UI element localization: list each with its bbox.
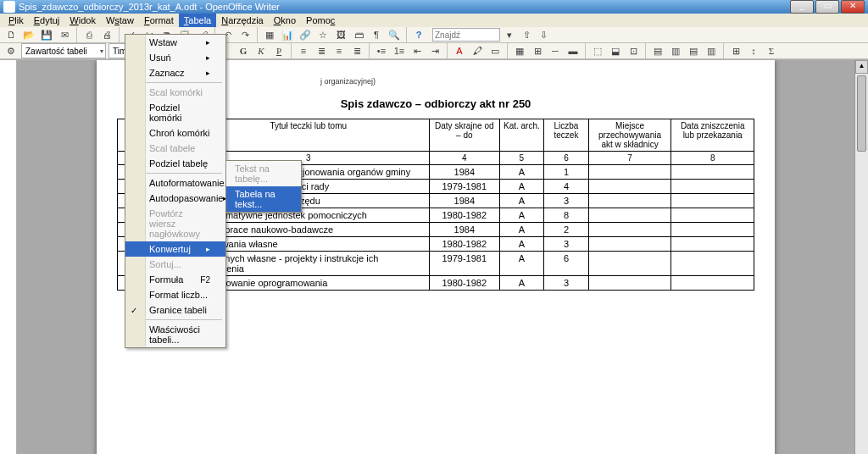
menu-tabela[interactable]: Tabela [179,14,216,27]
close-button[interactable]: ✕ [841,0,865,14]
del-col-icon[interactable]: ▥ [704,43,719,58]
menuitem-autodopasowanie[interactable]: Autodopasowanie▸ [125,191,225,206]
bold-icon[interactable]: G [236,43,251,58]
align-right-icon[interactable]: ≡ [331,43,347,58]
help-icon[interactable]: ? [411,27,426,42]
align-center-icon[interactable]: ≣ [314,43,329,58]
menuitem-właściwości-tabeli-[interactable]: Właściwości tabeli... [125,322,225,347]
menuitem-format-liczb-[interactable]: Format liczb... [125,287,225,302]
chart-icon[interactable]: 📊 [280,27,295,42]
find-prev-icon[interactable]: ⇧ [519,27,534,42]
navigator-icon[interactable]: ☆ [315,27,331,42]
outdent-icon[interactable]: ⇤ [409,43,425,58]
menuitem-zaznacz[interactable]: Zaznacz▸ [125,65,225,80]
menuitem-chroń-komórki[interactable]: Chroń komórki [125,125,225,141]
mail-icon[interactable]: ✉ [57,27,72,42]
menuitem-granice-tabeli[interactable]: Granice tabeli✓ [125,302,225,318]
font-color-icon[interactable]: A [452,43,467,58]
menu-format[interactable]: Format [139,14,179,27]
col-header: Miejsce przechowywania akt w składnicy [588,119,671,152]
insert-row-icon[interactable]: ▤ [650,43,665,58]
new-icon[interactable]: 🗋 [3,27,19,42]
scroll-thumb[interactable] [857,75,866,152]
underline-icon[interactable]: P [271,43,287,58]
insert-col-icon[interactable]: ▥ [668,43,683,58]
menuitem-konwertuj[interactable]: Konwertuj▸ [125,241,225,257]
scroll-up-icon[interactable]: ▲ [855,60,868,74]
minimize-button[interactable]: _ [790,0,814,14]
menuitem-podziel-komórki[interactable]: Podziel komórki [125,100,225,125]
menu-plik[interactable]: Plik [3,14,29,27]
sum-icon[interactable]: Σ [764,43,779,58]
table-icon[interactable]: ▦ [262,27,277,42]
save-icon[interactable]: 💾 [39,27,54,42]
tabela-menu: Wstaw▸Usuń▸Zaznacz▸Scal komórkiPodziel k… [125,34,226,348]
print-icon[interactable]: 🖨 [99,27,114,42]
find-input[interactable] [432,28,500,42]
del-row-icon[interactable]: ▤ [686,43,701,58]
menu-narzędzia[interactable]: Narzędzia [216,14,269,27]
org-hint-text: j organizacyjnej) [320,77,754,86]
paragraph-style-combo[interactable]: Zawartość tabeli [21,43,106,58]
find-dropdown-icon[interactable]: ▾ [502,27,517,42]
hyperlink-icon[interactable]: 🔗 [298,27,313,42]
col-header: Liczba teczek [544,119,589,152]
borders-icon[interactable]: ⊞ [530,43,545,58]
linestyle-icon[interactable]: ─ [548,43,563,58]
menubar: PlikEdytujWidokWstawFormatTabelaNarzędzi… [0,14,868,27]
find-next-icon[interactable]: ⇩ [536,27,551,42]
find-toolbar: ▾ ⇧ ⇩ [432,27,551,42]
redo-icon[interactable]: ↷ [237,27,253,42]
col-header: Kat. arch. [499,119,544,152]
menuitem-usuń[interactable]: Usuń▸ [125,50,225,65]
col-header: Daty skrajne od – do [429,119,499,152]
menuitem-podziel-tabelę[interactable]: Podziel tabelę [125,156,225,171]
menuitem-sortuj-: Sortuj... [125,257,225,272]
window-title: Spis_zdawczo_odbiorczy_2013r_kat_A.odt -… [19,2,790,12]
maximize-button[interactable]: ▭ [815,0,839,14]
menu-edytuj[interactable]: Edytuj [29,14,65,27]
menu-okno[interactable]: Okno [269,14,301,27]
konwertuj-submenu: Tekst na tabelę...Tabela na tekst... [225,160,302,213]
menuitem-scal-tabele: Scal tabele [125,141,225,156]
titlebar: Spis_zdawczo_odbiorczy_2013r_kat_A.odt -… [0,0,868,14]
autoformat-icon[interactable]: ⊞ [728,43,743,58]
zoom-icon[interactable]: 🔍 [387,27,402,42]
menu-widok[interactable]: Widok [64,14,101,27]
app-icon [3,1,15,13]
optimize-icon[interactable]: ⊡ [626,43,641,58]
bg-color-icon[interactable]: ▭ [487,43,503,58]
col-header: Data zniszczenia lub przekazania [671,119,754,152]
vertical-scrollbar[interactable]: ▲ ▼ [854,60,868,454]
justify-icon[interactable]: ≣ [349,43,364,58]
submenuitem-tekst-na-tabelę-: Tekst na tabelę... [226,161,301,186]
menuitem-wstaw[interactable]: Wstaw▸ [125,35,225,50]
pdf-icon[interactable]: ⎙ [81,27,97,42]
nonprinting-icon[interactable]: ¶ [369,27,384,42]
italic-icon[interactable]: K [253,43,269,58]
sort-icon[interactable]: ↕ [746,43,761,58]
gallery-icon[interactable]: 🖼 [333,27,348,42]
menuitem-formuła[interactable]: FormułaF2 [125,272,225,287]
indent-icon[interactable]: ⇥ [427,43,442,58]
bullets-icon[interactable]: •≡ [374,43,389,58]
styles-icon[interactable]: ⚙ [3,43,19,58]
merge-icon[interactable]: ⬚ [590,43,605,58]
linecolor-icon[interactable]: ▬ [565,43,581,58]
highlight-icon[interactable]: 🖍 [470,43,485,58]
submenuitem-tabela-na-tekst-[interactable]: Tabela na tekst... [226,186,301,212]
menu-pomoc[interactable]: Pomoc [301,14,340,27]
menuitem-autoformatowanie-[interactable]: Autoformatowanie... [125,175,225,191]
app-window: Spis_zdawczo_odbiorczy_2013r_kat_A.odt -… [0,0,868,454]
open-icon[interactable]: 📂 [21,27,36,42]
split-icon[interactable]: ⬓ [608,43,623,58]
datasource-icon[interactable]: 🗃 [351,27,366,42]
menu-wstaw[interactable]: Wstaw [101,14,139,27]
table-toolbar-icon[interactable]: ▦ [512,43,527,58]
align-left-icon[interactable]: ≡ [296,43,311,58]
menuitem-scal-komórki: Scal komórki [125,85,225,100]
numbering-icon[interactable]: 1≡ [392,43,407,58]
vertical-ruler[interactable] [0,60,17,454]
menuitem-powtórz-wiersz-nagłówkowy: Powtórz wiersz nagłówkowy [125,206,225,241]
